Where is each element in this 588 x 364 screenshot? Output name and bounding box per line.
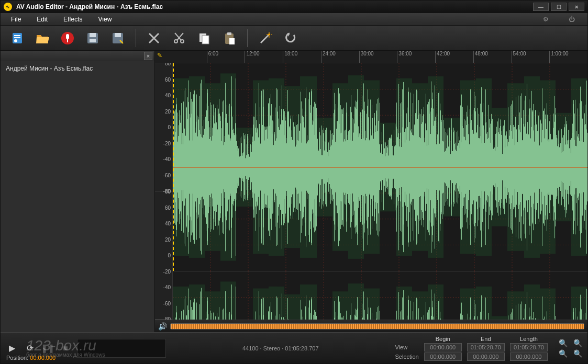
file-list[interactable]: Андрей Мисин - Азъ Есмь.flac bbox=[1, 61, 154, 332]
svg-rect-5 bbox=[66, 34, 69, 39]
overview-minimap: 🔊 bbox=[155, 320, 587, 332]
view-length-value[interactable]: 01:05:28.70 bbox=[510, 343, 548, 351]
time-ruler[interactable]: 6:0012:0018:0024:0030:0036:0042:0048:005… bbox=[169, 51, 587, 63]
svg-point-3 bbox=[14, 39, 17, 42]
timeline-tick: 24:00 bbox=[321, 51, 336, 63]
timeline-tick: 42:00 bbox=[435, 51, 450, 63]
waveform-right-channel[interactable] bbox=[173, 271, 587, 320]
timeline-tick: 36:00 bbox=[397, 51, 412, 63]
timeline-tick: 48:00 bbox=[473, 51, 488, 63]
yaxis-label: -20 bbox=[163, 268, 171, 274]
position-readout: Position: 00:00.000 bbox=[6, 355, 56, 361]
timeline-tick: 54:00 bbox=[512, 51, 526, 63]
waveform-area: 806040200-20-40-60-80 806040200-20-40-60… bbox=[155, 63, 587, 320]
menu-edit[interactable]: Edit bbox=[37, 16, 48, 23]
save-as-button[interactable] bbox=[106, 29, 129, 48]
vu-meter bbox=[77, 339, 166, 358]
maximize-button[interactable]: ☐ bbox=[551, 3, 567, 11]
grid-header-length: Length bbox=[510, 336, 548, 342]
sidebar-header: × bbox=[1, 51, 154, 61]
yaxis-label: 60 bbox=[165, 76, 171, 82]
yaxis-label: -60 bbox=[163, 172, 171, 178]
yaxis-label: 20 bbox=[165, 236, 171, 242]
view-begin-value[interactable]: 00:00.000 bbox=[424, 343, 462, 351]
zoom-out-h-button[interactable]: 🔍 bbox=[572, 338, 583, 348]
settings-gear-icon[interactable]: ⚙ bbox=[540, 14, 551, 25]
window-title: AV Audio Editor - Андрей Мисин - Азъ Есм… bbox=[16, 3, 531, 10]
speaker-icon[interactable]: 🔊 bbox=[158, 322, 167, 331]
timeline-tick: 12:00 bbox=[245, 51, 259, 63]
body: × Андрей Мисин - Азъ Есмь.flac ✎ 6:0012:… bbox=[1, 51, 587, 332]
menu-file[interactable]: File bbox=[11, 16, 21, 23]
waveform-channels[interactable] bbox=[173, 63, 587, 320]
effects-wand-button[interactable] bbox=[254, 29, 277, 48]
status-format-text: 44100 · Stereo · 01:05:28.707 bbox=[170, 345, 391, 351]
open-folder-button[interactable] bbox=[31, 29, 54, 48]
selection-length-value[interactable]: 00:00.000 bbox=[510, 352, 548, 361]
yaxis-label: 0 bbox=[168, 124, 171, 130]
svg-rect-15 bbox=[202, 36, 209, 44]
undo-button[interactable] bbox=[279, 29, 302, 48]
titlebar: ∿ AV Audio Editor - Андрей Мисин - Азъ Е… bbox=[1, 1, 587, 13]
zoom-controls: 🔍 🔍 🔍 🔍 bbox=[557, 338, 583, 358]
play-button[interactable]: ▶ bbox=[5, 341, 19, 356]
svg-rect-9 bbox=[90, 39, 96, 42]
yaxis-label: -40 bbox=[163, 285, 171, 290]
pencil-tool-icon[interactable]: ✎ bbox=[157, 52, 167, 61]
pause-button[interactable]: ❚❚ bbox=[40, 341, 55, 356]
yaxis-label: -20 bbox=[163, 140, 171, 146]
zoom-out-v-button[interactable]: 🔍 bbox=[572, 349, 583, 358]
yaxis-label: 20 bbox=[165, 108, 171, 114]
scissors-button[interactable] bbox=[168, 29, 191, 48]
svg-rect-2 bbox=[14, 37, 20, 38]
waveform-left-channel[interactable] bbox=[173, 63, 587, 271]
timeline-ruler[interactable]: ✎ 6:0012:0018:0024:0030:0036:0042:0048:0… bbox=[155, 51, 587, 63]
sidebar-close-button[interactable]: × bbox=[144, 52, 152, 60]
cut-crossed-button[interactable] bbox=[142, 29, 165, 48]
overview-track[interactable] bbox=[170, 323, 584, 329]
main-window: ∿ AV Audio Editor - Андрей Мисин - Азъ Е… bbox=[0, 0, 588, 364]
yaxis-label: 0 bbox=[168, 253, 171, 258]
new-file-button[interactable] bbox=[6, 29, 29, 48]
yaxis-label: 80 bbox=[165, 63, 171, 66]
selection-info-grid: Begin End Length View 00:00.000 01:05:28… bbox=[395, 336, 548, 361]
zoom-in-v-button[interactable]: 🔍 bbox=[557, 349, 569, 358]
statusbar: ▶ ⟳ ❚❚ ■ 44100 · Stereo · 01:05:28.707 B… bbox=[1, 332, 587, 363]
svg-rect-18 bbox=[229, 38, 235, 44]
grid-header-begin: Begin bbox=[424, 336, 462, 342]
toolbar-separator bbox=[136, 29, 136, 47]
yaxis-label: 40 bbox=[165, 221, 171, 226]
selection-begin-value[interactable]: 00:00.000 bbox=[424, 352, 462, 361]
zero-line bbox=[173, 167, 587, 168]
copy-button[interactable] bbox=[193, 29, 216, 48]
grid-row-view-label: View bbox=[395, 344, 418, 350]
record-button[interactable] bbox=[56, 29, 79, 48]
stop-button[interactable]: ■ bbox=[58, 341, 73, 356]
close-button[interactable]: ✕ bbox=[569, 3, 584, 11]
zoom-in-h-button[interactable]: 🔍 bbox=[557, 338, 569, 348]
menubar: File Edit Effects View ⚙ ⏻ bbox=[1, 13, 587, 26]
amplitude-axis: 806040200-20-40-60-80 806040200-20-40-60… bbox=[155, 63, 173, 320]
loop-button[interactable]: ⟳ bbox=[23, 341, 37, 356]
editor-main: ✎ 6:0012:0018:0024:0030:0036:0042:0048:0… bbox=[155, 51, 587, 332]
toolbar bbox=[1, 26, 587, 51]
power-icon[interactable]: ⏻ bbox=[567, 14, 577, 25]
menu-view[interactable]: View bbox=[98, 16, 112, 23]
yaxis-label: -40 bbox=[163, 156, 171, 162]
svg-rect-6 bbox=[67, 39, 68, 42]
svg-rect-1 bbox=[14, 35, 20, 36]
save-button[interactable] bbox=[81, 29, 104, 48]
svg-rect-11 bbox=[115, 33, 121, 37]
file-list-item[interactable]: Андрей Мисин - Азъ Есмь.flac bbox=[3, 63, 152, 74]
svg-rect-17 bbox=[227, 32, 231, 35]
menu-effects[interactable]: Effects bbox=[63, 16, 82, 23]
minimize-button[interactable]: — bbox=[533, 3, 549, 11]
transport-controls: ▶ ⟳ ❚❚ ■ bbox=[5, 341, 73, 356]
yaxis-label: -80 bbox=[163, 316, 171, 320]
paste-button[interactable] bbox=[218, 29, 241, 48]
view-end-value[interactable]: 01:05:28.70 bbox=[467, 343, 505, 351]
selection-end-value[interactable]: 00:00.000 bbox=[467, 352, 505, 361]
timeline-tick: 18:00 bbox=[283, 51, 297, 63]
svg-point-19 bbox=[268, 33, 270, 36]
timeline-tick: 30:00 bbox=[359, 51, 374, 63]
